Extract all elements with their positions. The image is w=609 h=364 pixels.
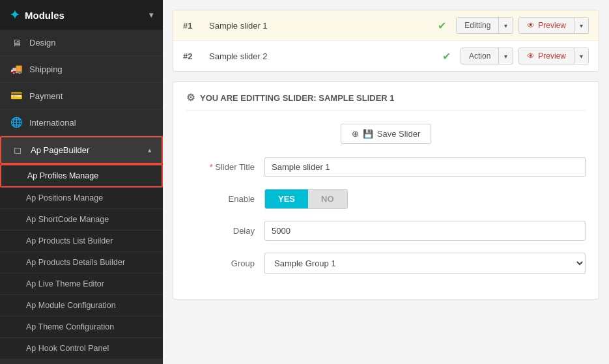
sidebar-submenu: Ap Profiles Manage Ap Positions Manage A… (0, 164, 163, 359)
preview-label-1: Preview (538, 21, 566, 30)
delay-label: Delay (186, 226, 264, 236)
slider-number: #1 (183, 21, 203, 31)
pagebuilder-icon: □ (11, 145, 24, 156)
table-row: #1 Sample slider 1 ✔ Editting ▾ 👁 Previe… (173, 10, 599, 41)
sidebar-sub-item-ap-shortcode-manage[interactable]: Ap ShortCode Manage (0, 209, 163, 231)
preview-button-group-2[interactable]: 👁 Preview ▾ (518, 48, 589, 64)
enable-row: Enable YES NO (186, 189, 586, 209)
international-icon: 🌐 (10, 117, 23, 128)
sub-item-label: Ap Products List Builder (26, 236, 113, 245)
sidebar-sub-item-ap-products-list-builder[interactable]: Ap Products List Builder (0, 231, 163, 252)
editting-button-group[interactable]: Editting ▾ (456, 17, 513, 34)
sidebar-header: ✦ Modules ▾ (0, 0, 163, 30)
slider-row-2-actions: Action ▾ 👁 Preview ▾ (460, 48, 589, 64)
sidebar-item-shipping[interactable]: 🚚 Shipping (0, 56, 163, 83)
sidebar-item-label: Design (29, 38, 55, 48)
payment-icon: 💳 (10, 90, 23, 102)
preview-caret-icon-2[interactable]: ▾ (574, 49, 588, 63)
enable-label: Enable (186, 194, 264, 204)
sub-item-label: Ap Profiles Manage (27, 171, 98, 180)
sub-item-label: Ap ShortCode Manage (26, 215, 109, 224)
preview-button-2[interactable]: 👁 Preview (519, 48, 574, 64)
edit-header-text: YOU ARE EDITTING SLIDER: SAMPLE SLIDER 1 (200, 93, 395, 103)
sidebar-sub-item-ap-positions-manage[interactable]: Ap Positions Manage (0, 188, 163, 209)
sidebar-sub-item-ap-module-configuration[interactable]: Ap Module Configuration (0, 295, 163, 316)
sidebar: ✦ Modules ▾ 🖥 Design 🚚 Shipping 💳 Paymen… (0, 0, 163, 364)
sub-item-label: Ap Positions Manage (26, 193, 103, 203)
sidebar-sub-item-ap-hook-control-panel[interactable]: Ap Hook Control Panel (0, 338, 163, 359)
delay-row: Delay (186, 221, 586, 241)
sidebar-title: Modules (25, 10, 64, 21)
sub-item-label: Ap Hook Control Panel (26, 344, 109, 353)
slider-name: Sample slider 1 (209, 21, 438, 31)
slider-row-1-actions: Editting ▾ 👁 Preview ▾ (456, 17, 589, 34)
check-icon: ✔ (438, 20, 446, 32)
sidebar-header-left: ✦ Modules (10, 8, 64, 22)
eye-icon: 👁 (527, 51, 535, 61)
slider-title-input[interactable] (264, 157, 586, 177)
check-icon: ✔ (442, 50, 451, 63)
sub-item-label: Ap Theme Configuration (26, 322, 114, 331)
slider-title-row: Slider Title (186, 157, 586, 177)
delay-input[interactable] (264, 221, 586, 241)
sidebar-sub-item-ap-theme-configuration[interactable]: Ap Theme Configuration (0, 316, 163, 338)
slider-title-label: Slider Title (186, 162, 264, 172)
gear-icon: ⚙ (186, 92, 195, 104)
sidebar-chevron-icon: ▾ (149, 10, 153, 20)
sub-item-label: Ap Module Configuration (26, 301, 116, 310)
sidebar-sub-item-ap-live-theme-editor[interactable]: Ap Live Theme Editor (0, 273, 163, 295)
sidebar-item-design[interactable]: 🖥 Design (0, 30, 163, 56)
editting-caret-icon[interactable]: ▾ (499, 19, 513, 33)
action-button-group[interactable]: Action ▾ (460, 48, 513, 64)
sidebar-sub-item-ap-profiles-manage[interactable]: Ap Profiles Manage (0, 164, 163, 188)
plus-circle-icon: ⊕ (352, 129, 359, 139)
save-slider-label: Save Slider (377, 129, 420, 139)
sidebar-item-label: Payment (29, 91, 63, 101)
sidebar-sub-item-ap-products-details-builder[interactable]: Ap Products Details Builder (0, 252, 163, 273)
edit-section: ⚙ YOU ARE EDITTING SLIDER: SAMPLE SLIDER… (173, 81, 599, 300)
group-select[interactable]: Sample Group 1 (264, 253, 586, 274)
slider-number: #2 (183, 51, 203, 61)
sub-item-label: Ap Live Theme Editor (26, 279, 104, 288)
preview-label-2: Preview (538, 51, 566, 61)
slider-list: #1 Sample slider 1 ✔ Editting ▾ 👁 Previe… (173, 10, 599, 72)
edit-section-header: ⚙ YOU ARE EDITTING SLIDER: SAMPLE SLIDER… (186, 92, 586, 111)
design-icon: 🖥 (10, 37, 23, 48)
sub-item-label: Ap Products Details Builder (26, 258, 125, 267)
eye-icon: 👁 (527, 21, 535, 30)
sidebar-item-ap-pagebuilder[interactable]: □ Ap PageBuilder ▴ (0, 136, 163, 164)
action-caret-icon[interactable]: ▾ (499, 49, 513, 63)
pagebuilder-chevron-icon: ▴ (148, 146, 152, 154)
action-button[interactable]: Action (461, 48, 499, 64)
slider-name: Sample slider 2 (209, 51, 442, 61)
sidebar-item-international[interactable]: 🌐 International (0, 109, 163, 136)
preview-button-1[interactable]: 👁 Preview (519, 18, 574, 33)
preview-button-group-1[interactable]: 👁 Preview ▾ (518, 17, 589, 34)
group-row: Group Sample Group 1 (186, 253, 586, 274)
shipping-icon: 🚚 (10, 63, 23, 75)
sidebar-item-label: Ap PageBuilder (31, 145, 148, 155)
save-icon: 💾 (363, 129, 373, 139)
table-row: #2 Sample slider 2 ✔ Action ▾ 👁 Preview … (173, 41, 599, 71)
editting-button[interactable]: Editting (457, 18, 499, 33)
sidebar-item-payment[interactable]: 💳 Payment (0, 83, 163, 109)
group-label: Group (186, 259, 264, 268)
enable-yes-button[interactable]: YES (265, 189, 308, 208)
puzzle-icon: ✦ (10, 8, 20, 22)
sidebar-item-label: International (29, 118, 76, 128)
enable-toggle[interactable]: YES NO (264, 189, 348, 209)
main-content: #1 Sample slider 1 ✔ Editting ▾ 👁 Previe… (163, 0, 609, 364)
save-slider-button[interactable]: ⊕ 💾 Save Slider (341, 124, 431, 144)
enable-no-button[interactable]: NO (308, 189, 347, 208)
preview-caret-icon-1[interactable]: ▾ (574, 19, 588, 33)
sidebar-item-label: Shipping (29, 64, 63, 74)
